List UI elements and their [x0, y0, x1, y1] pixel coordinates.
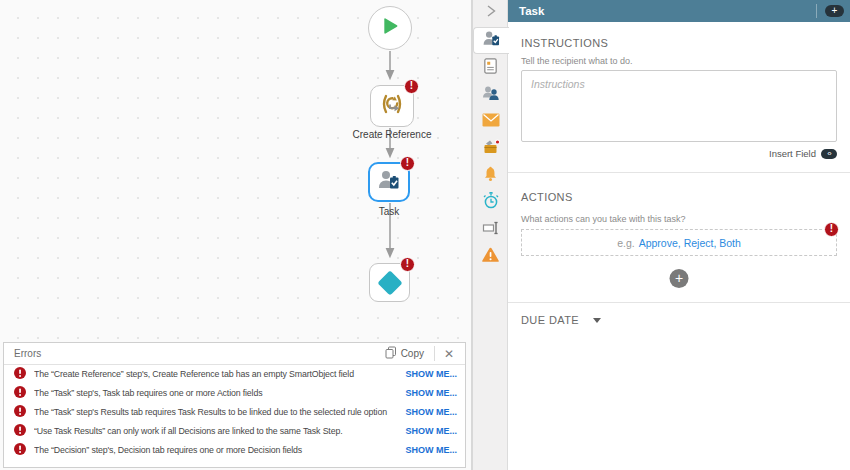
close-icon[interactable]: ✕: [439, 347, 459, 361]
rename-icon: [482, 219, 500, 241]
results-tab-icon: [482, 138, 500, 160]
task-tab-icon: [482, 29, 501, 52]
actions-subtext: What actions can you take with this task…: [521, 214, 686, 224]
insert-field-label: Insert Field: [769, 148, 816, 159]
tab-task[interactable]: [473, 27, 509, 54]
task-step[interactable]: !: [368, 162, 410, 202]
tab-notifications[interactable]: [473, 108, 508, 135]
error-icon: [14, 422, 26, 440]
error-icon: !: [404, 79, 419, 94]
workflow-designer: ! Create Reference ! Task !: [0, 0, 850, 470]
errors-panel: Errors Copy ✕ The “Create Reference” ste…: [3, 342, 466, 468]
tab-form[interactable]: [473, 54, 508, 81]
error-message: The “Create Reference” step's, Create Re…: [34, 369, 400, 379]
insert-field-icon: ‹›: [821, 149, 837, 159]
error-icon: !: [400, 257, 415, 272]
step-label: Task: [319, 206, 459, 217]
actions-example-prefix: e.g.: [617, 237, 635, 249]
error-icon: [14, 441, 26, 459]
tab-reminders[interactable]: [473, 162, 508, 189]
design-canvas[interactable]: ! Create Reference ! Task !: [0, 0, 472, 470]
header-divider: [816, 4, 817, 18]
start-icon: [378, 14, 402, 42]
error-row: The “Task” step's, Task tab requires one…: [4, 384, 465, 403]
chevron-down-icon: [593, 318, 601, 323]
show-me-link[interactable]: SHOW ME...: [406, 426, 458, 436]
error-icon: [14, 365, 26, 383]
panel-tab-strip: [472, 0, 507, 470]
task-step-icon: [377, 168, 401, 196]
error-message: “Use Task Results” can only work if all …: [34, 426, 400, 436]
recipients-tab-icon: [482, 84, 500, 106]
warning-triangle-icon: [481, 246, 500, 268]
header-divider: [434, 346, 435, 361]
decision-step[interactable]: !: [369, 263, 410, 302]
collapse-panel-button[interactable]: [473, 0, 508, 26]
chevron-right-icon: [484, 3, 498, 23]
tab-results[interactable]: [473, 135, 508, 162]
section-divider: [508, 172, 850, 173]
due-date-section-toggle[interactable]: DUE DATE: [521, 314, 601, 326]
show-me-link[interactable]: SHOW ME...: [406, 369, 458, 379]
task-config-panel: Task + INSTRUCTIONS Tell the recipient w…: [507, 0, 850, 470]
tab-recipients[interactable]: [473, 81, 508, 108]
show-me-link[interactable]: SHOW ME...: [406, 388, 458, 398]
instructions-subtext: Tell the recipient what to do.: [521, 56, 633, 66]
actions-example-links[interactable]: Approve, Reject, Both: [639, 237, 741, 249]
errors-panel-header: Errors Copy ✕: [4, 343, 465, 365]
stopwatch-icon: [482, 191, 500, 214]
toggle-help-icon[interactable]: +: [825, 5, 844, 17]
reference-icon: [379, 92, 405, 120]
decision-icon: [377, 270, 402, 295]
tab-errors[interactable]: [473, 243, 508, 270]
copy-icon: [385, 346, 397, 361]
error-icon: !: [400, 156, 415, 171]
panel-header: Task +: [508, 0, 850, 22]
insert-field-button[interactable]: Insert Field ‹›: [769, 148, 837, 159]
create-reference-step[interactable]: !: [370, 85, 414, 127]
error-icon: [14, 403, 26, 421]
error-message: The “Task” step's Results tab requires T…: [34, 407, 400, 417]
section-divider: [508, 302, 850, 303]
error-row: The “Create Reference” step's, Create Re…: [4, 365, 465, 384]
copy-label: Copy: [401, 348, 424, 359]
envelope-icon: [482, 113, 500, 131]
add-action-button[interactable]: +: [670, 269, 689, 288]
tab-timing[interactable]: [473, 189, 508, 216]
actions-input-box[interactable]: e.g. Approve, Reject, Both !: [521, 229, 837, 256]
due-date-heading: DUE DATE: [521, 314, 579, 326]
actions-heading: ACTIONS: [521, 191, 573, 203]
step-label: Create Reference: [322, 129, 462, 140]
show-me-link[interactable]: SHOW ME...: [406, 445, 458, 455]
error-row: The “Decision” step's, Decision tab requ…: [4, 440, 465, 459]
error-row: “Use Task Results” can only work if all …: [4, 421, 465, 440]
show-me-link[interactable]: SHOW ME...: [406, 407, 458, 417]
start-step[interactable]: [368, 6, 412, 50]
error-row: The “Task” step's Results tab requires T…: [4, 403, 465, 422]
error-message: The “Decision” step's, Decision tab requ…: [34, 445, 400, 455]
form-tab-icon: [482, 57, 499, 79]
panel-title: Task: [519, 5, 816, 17]
bell-icon: [482, 165, 499, 187]
instructions-heading: INSTRUCTIONS: [521, 37, 608, 49]
error-message: The “Task” step's, Task tab requires one…: [34, 388, 400, 398]
tab-rename[interactable]: [473, 216, 508, 243]
errors-panel-title: Errors: [14, 348, 379, 359]
error-icon: [14, 384, 26, 402]
copy-errors-button[interactable]: Copy: [379, 346, 430, 361]
error-icon: !: [824, 222, 839, 237]
instructions-input[interactable]: [521, 70, 837, 142]
